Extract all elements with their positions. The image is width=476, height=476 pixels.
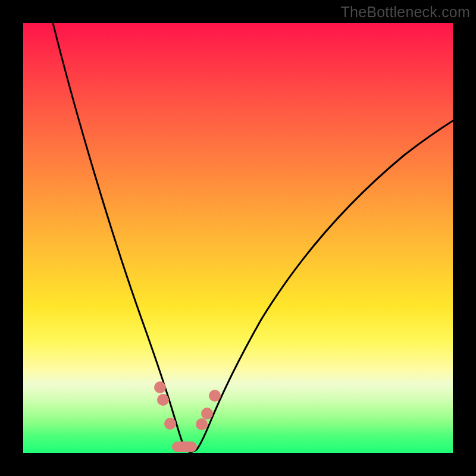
svg-point-1 bbox=[157, 394, 169, 406]
chart-frame: TheBottleneck.com bbox=[0, 0, 476, 476]
trough-floor-band bbox=[172, 441, 197, 452]
svg-point-2 bbox=[164, 418, 176, 430]
plot-area bbox=[23, 23, 453, 453]
bottleneck-curve bbox=[53, 23, 453, 452]
curve-layer bbox=[23, 23, 453, 453]
watermark-text: TheBottleneck.com bbox=[341, 4, 470, 21]
svg-point-5 bbox=[209, 390, 221, 402]
svg-point-3 bbox=[196, 418, 208, 430]
svg-point-0 bbox=[154, 381, 166, 393]
svg-point-4 bbox=[201, 408, 213, 419]
